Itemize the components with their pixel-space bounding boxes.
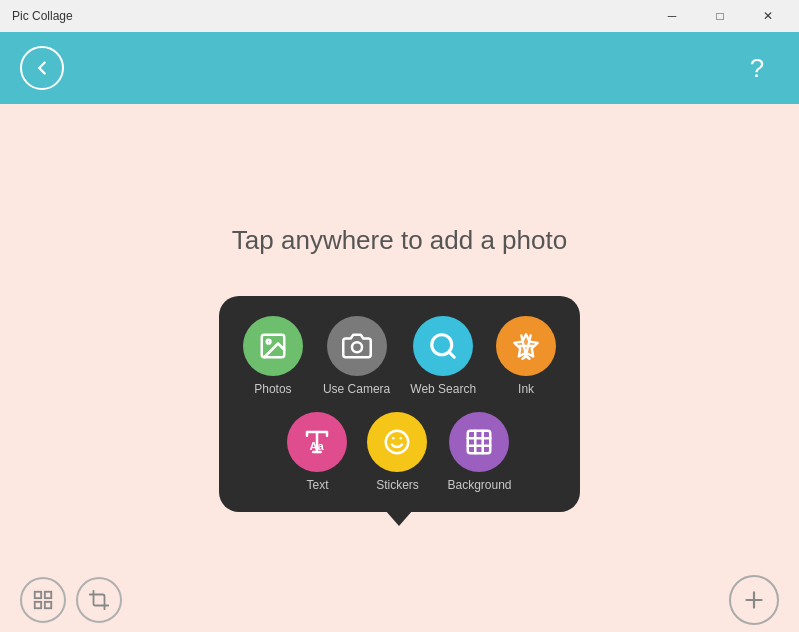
- tool-text[interactable]: Aa Text: [287, 412, 347, 492]
- background-icon-circle: [449, 412, 509, 472]
- svg-rect-19: [35, 602, 41, 608]
- bottom-left-buttons: [20, 577, 122, 623]
- photos-icon: [258, 331, 288, 361]
- svg-rect-17: [35, 592, 41, 598]
- photos-icon-circle: [243, 316, 303, 376]
- svg-point-1: [267, 339, 271, 343]
- ink-icon: [512, 332, 540, 360]
- grid-button[interactable]: [20, 577, 66, 623]
- add-button[interactable]: [729, 575, 779, 625]
- photos-label: Photos: [254, 382, 291, 396]
- close-button[interactable]: ✕: [745, 0, 791, 32]
- search-icon-circle: [413, 316, 473, 376]
- tool-ink[interactable]: Ink: [496, 316, 556, 396]
- tool-menu-row-2: Aa Text Stickers: [287, 412, 511, 492]
- background-label: Background: [447, 478, 511, 492]
- tool-use-camera[interactable]: Use Camera: [323, 316, 390, 396]
- maximize-button[interactable]: □: [697, 0, 743, 32]
- search-icon: [428, 331, 458, 361]
- camera-icon-circle: [327, 316, 387, 376]
- tool-menu-row-1: Photos Use Camera: [243, 316, 556, 396]
- stickers-icon: [382, 427, 412, 457]
- svg-rect-18: [45, 592, 51, 598]
- stickers-label: Stickers: [376, 478, 419, 492]
- title-bar: Pic Collage ─ □ ✕: [0, 0, 799, 32]
- help-button[interactable]: ?: [735, 46, 779, 90]
- main-content[interactable]: Tap anywhere to add a photo Photos: [0, 104, 799, 632]
- tool-web-search[interactable]: Web Search: [410, 316, 476, 396]
- background-icon: [464, 427, 494, 457]
- crop-icon: [88, 589, 110, 611]
- window-title: Pic Collage: [12, 9, 73, 23]
- text-icon-circle: Aa: [287, 412, 347, 472]
- svg-rect-20: [45, 602, 51, 608]
- bottom-bar: [0, 568, 799, 632]
- svg-text:Aa: Aa: [310, 439, 325, 451]
- text-label: Text: [306, 478, 328, 492]
- svg-point-2: [352, 342, 362, 352]
- camera-label: Use Camera: [323, 382, 390, 396]
- svg-point-9: [386, 430, 409, 453]
- tool-stickers[interactable]: Stickers: [367, 412, 427, 492]
- stickers-icon-circle: [367, 412, 427, 472]
- web-search-label: Web Search: [410, 382, 476, 396]
- ink-label: Ink: [518, 382, 534, 396]
- back-button[interactable]: [20, 46, 64, 90]
- camera-icon: [342, 331, 372, 361]
- add-icon: [741, 587, 767, 613]
- svg-line-4: [449, 351, 454, 356]
- svg-rect-12: [468, 430, 491, 453]
- text-icon: Aa: [302, 427, 332, 457]
- back-arrow-icon: [31, 57, 53, 79]
- grid-icon: [32, 589, 54, 611]
- tool-photos[interactable]: Photos: [243, 316, 303, 396]
- tool-background[interactable]: Background: [447, 412, 511, 492]
- ink-icon-circle: [496, 316, 556, 376]
- app-header: ?: [0, 32, 799, 104]
- window-controls: ─ □ ✕: [649, 0, 791, 32]
- tap-instruction: Tap anywhere to add a photo: [232, 225, 567, 256]
- tool-menu-popup: Photos Use Camera: [219, 296, 580, 512]
- crop-button[interactable]: [76, 577, 122, 623]
- minimize-button[interactable]: ─: [649, 0, 695, 32]
